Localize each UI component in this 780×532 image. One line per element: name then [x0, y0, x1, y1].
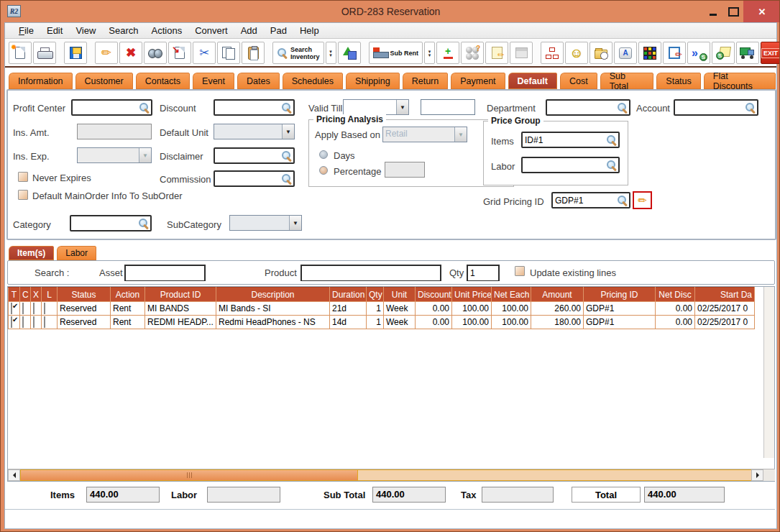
col-action[interactable]: Action — [111, 288, 145, 302]
chevron-down-icon[interactable] — [289, 216, 301, 230]
horizontal-scrollbar[interactable] — [8, 469, 775, 481]
menu-convert[interactable]: Convert — [188, 24, 234, 37]
row-checkbox-c[interactable] — [22, 316, 24, 328]
sub-rent-button[interactable]: Sub Rent — [369, 42, 423, 64]
tab-default[interactable]: Default — [508, 72, 558, 89]
valid-till-combo[interactable] — [343, 99, 409, 115]
exit-button[interactable]: EXIT — [761, 42, 780, 64]
default-unit-combo[interactable] — [214, 124, 295, 139]
row-checkbox-c[interactable] — [22, 303, 24, 314]
asset-input[interactable] — [126, 267, 204, 280]
menu-file[interactable]: File — [12, 24, 40, 37]
col-c[interactable]: C — [20, 288, 31, 302]
edit-note-button[interactable] — [663, 42, 686, 64]
row-checkbox-x[interactable] — [33, 303, 35, 314]
col-status[interactable]: Status — [58, 288, 111, 302]
new-button[interactable]: ✹ — [9, 42, 32, 64]
org-chart-button[interactable] — [541, 42, 564, 64]
menu-edit[interactable]: Edit — [40, 24, 69, 37]
add-remove-button[interactable]: + — [436, 42, 459, 64]
scrollbar-track[interactable] — [358, 469, 751, 481]
col-qty[interactable]: Qty — [367, 288, 384, 302]
price-group-items-input[interactable] — [523, 135, 606, 145]
update-existing-checkbox[interactable] — [515, 266, 525, 276]
days-radio[interactable] — [319, 150, 328, 159]
disclaimer-field[interactable] — [214, 147, 295, 164]
tab-event[interactable]: Event — [192, 72, 235, 89]
search-icon[interactable] — [617, 102, 628, 113]
col-product-id[interactable]: Product ID — [145, 288, 216, 302]
commission-field[interactable] — [214, 170, 295, 187]
col-duration[interactable]: Duration — [330, 288, 367, 302]
col-pricing-id[interactable]: Pricing ID — [584, 288, 656, 302]
scroll-right-icon[interactable] — [751, 469, 763, 481]
tab-items[interactable]: Item(s) — [8, 245, 55, 260]
search-icon[interactable] — [281, 150, 292, 161]
col-l[interactable]: L — [42, 288, 58, 302]
row-checkbox-l[interactable] — [44, 303, 45, 314]
account-field[interactable] — [674, 99, 758, 116]
valid-till-value-field[interactable] — [421, 99, 475, 115]
find-button[interactable] — [144, 42, 167, 64]
search-icon[interactable] — [617, 195, 628, 206]
group-lookup-button[interactable]: ? — [461, 42, 484, 64]
tab-dates[interactable]: Dates — [237, 72, 280, 89]
menu-pad[interactable]: Pad — [264, 24, 293, 37]
chevron-down-icon[interactable] — [282, 124, 294, 139]
default-mainorder-checkbox[interactable] — [18, 190, 28, 200]
search-inventory-button[interactable]: SearchInventory — [272, 42, 324, 64]
tab-customer[interactable]: Customer — [75, 72, 134, 89]
tab-status[interactable]: Status — [656, 72, 701, 89]
shapes-button[interactable] — [338, 42, 361, 64]
asset-field[interactable] — [124, 265, 206, 281]
grid-pricing-edit-button[interactable] — [633, 191, 652, 209]
close-icon[interactable] — [743, 1, 780, 22]
profit-center-input[interactable] — [73, 103, 139, 113]
scroll-left-icon[interactable] — [8, 469, 20, 481]
col-discount[interactable]: Discount — [416, 288, 452, 302]
qty-input[interactable] — [468, 267, 498, 280]
search-inventory-dropdown[interactable] — [326, 42, 336, 64]
menu-view[interactable]: View — [69, 24, 102, 37]
delivery-button[interactable] — [736, 42, 759, 64]
menu-add[interactable]: Add — [234, 24, 264, 37]
money-note-button[interactable]: S — [712, 42, 735, 64]
history-button[interactable] — [589, 42, 612, 64]
tab-contacts[interactable]: Contacts — [135, 72, 191, 89]
category-input[interactable] — [71, 219, 138, 229]
col-unit-price[interactable]: Unit Price — [452, 288, 492, 302]
disclaimer-input[interactable] — [215, 151, 281, 161]
price-group-items-field[interactable] — [521, 132, 620, 148]
search-icon[interactable] — [745, 102, 756, 113]
row-checkbox-x[interactable] — [33, 316, 35, 328]
account-input[interactable] — [675, 103, 745, 113]
table-row[interactable]: Reserved Rent REDMI HEADP... Redmi HeadP… — [9, 316, 755, 329]
print-button[interactable] — [33, 42, 56, 64]
chevron-down-icon[interactable] — [396, 100, 408, 114]
menu-search[interactable]: Search — [102, 24, 144, 37]
price-group-labor-input[interactable] — [523, 160, 606, 170]
search-icon[interactable] — [281, 173, 292, 184]
save-button[interactable] — [64, 42, 87, 64]
search-icon[interactable] — [606, 160, 617, 170]
menu-actions[interactable]: Actions — [145, 24, 189, 37]
col-net-disc[interactable]: Net Disc — [656, 288, 695, 302]
tab-information[interactable]: Information — [8, 72, 73, 89]
contact-button[interactable]: ☺ — [565, 42, 588, 64]
col-t[interactable]: T — [9, 288, 20, 302]
row-checkbox-l[interactable] — [44, 316, 45, 328]
col-x[interactable]: X — [31, 288, 42, 302]
table-row[interactable]: Reserved Rent MI BANDS MI Bands - SI 21d… — [9, 302, 755, 316]
department-field[interactable] — [546, 99, 630, 116]
search-icon[interactable] — [606, 134, 617, 145]
search-icon[interactable] — [281, 102, 292, 113]
percentage-radio[interactable] — [319, 166, 328, 175]
commission-input[interactable] — [215, 174, 281, 184]
discount-field[interactable] — [214, 99, 295, 116]
product-field[interactable] — [300, 265, 441, 281]
subcategory-combo[interactable] — [229, 215, 302, 231]
maximize-icon[interactable] — [723, 2, 743, 21]
cut-button[interactable]: ✂ — [193, 42, 216, 64]
category-field[interactable] — [70, 215, 152, 231]
scrollbar-thumb[interactable] — [20, 469, 358, 481]
